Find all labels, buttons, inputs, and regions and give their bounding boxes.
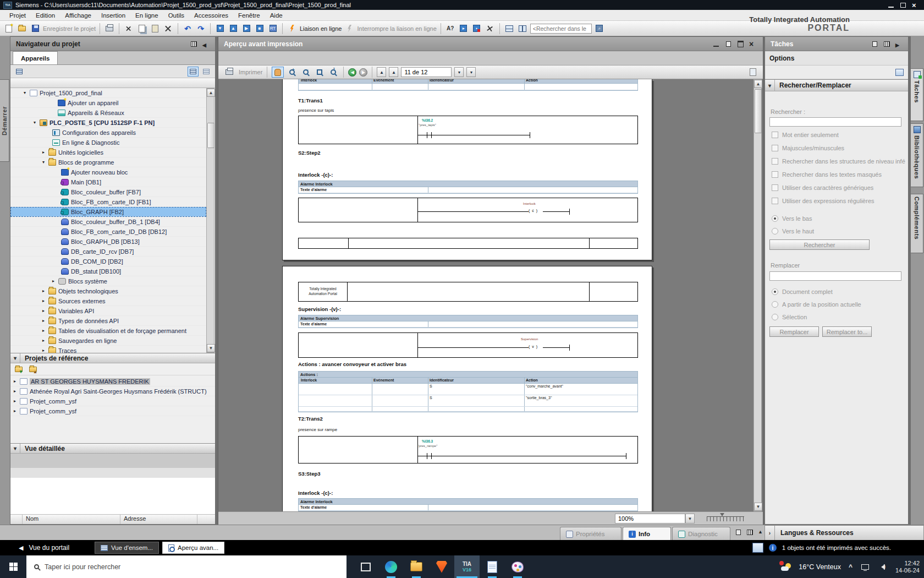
- notification-source-icon[interactable]: [752, 543, 763, 553]
- zoom-selection-icon[interactable]: [314, 67, 325, 78]
- cut-icon[interactable]: [123, 23, 134, 34]
- open-project-icon[interactable]: [16, 23, 28, 34]
- page-dropdown-icon[interactable]: ▼: [454, 67, 464, 77]
- tia-portal-app[interactable]: TIA V16: [454, 555, 480, 578]
- scroll-thumb[interactable]: [755, 89, 762, 133]
- expand-icon[interactable]: ▾: [34, 120, 40, 125]
- radio-icon[interactable]: [772, 314, 778, 320]
- zoom-in-icon[interactable]: +: [287, 67, 298, 78]
- save-project-icon[interactable]: [30, 23, 41, 34]
- collapse-icon[interactable]: ▸: [42, 318, 48, 323]
- collapse-icon[interactable]: ▸: [42, 298, 48, 303]
- close-reference-icon[interactable]: ▴: [28, 364, 38, 375]
- tree-item-main-ob1[interactable]: Main [OB1]: [10, 177, 206, 187]
- go-online-label[interactable]: Liaison en ligne: [300, 25, 342, 32]
- checkbox-icon[interactable]: [772, 132, 778, 138]
- tree-item-ext-sources[interactable]: ▸Sources externes: [10, 296, 206, 306]
- side-tab-bibliotheques[interactable]: Bibliothèques: [911, 123, 923, 187]
- tab-appareils[interactable]: Appareils: [13, 51, 58, 64]
- radio-icon[interactable]: [772, 288, 778, 295]
- panel-restore-icon[interactable]: [725, 41, 732, 47]
- menu-edition[interactable]: Edition: [31, 10, 60, 21]
- check-whole-words[interactable]: Mot entier seulement: [772, 132, 910, 138]
- check-substructures[interactable]: Rechercher dans les structures de niveau…: [772, 158, 910, 165]
- redo-icon[interactable]: ↷: [195, 23, 206, 34]
- view-details-icon[interactable]: [188, 67, 199, 77]
- go-offline-label[interactable]: Interrompre la liaison en ligne: [357, 25, 436, 32]
- save-project-label[interactable]: Enregistrer le projet: [43, 25, 96, 32]
- collapse-icon[interactable]: ▸: [14, 379, 20, 384]
- undo-icon[interactable]: ↶: [182, 23, 193, 34]
- tab-info[interactable]: i Info: [623, 527, 671, 541]
- radio-selection[interactable]: Sélection: [772, 314, 910, 320]
- maximize-icon[interactable]: [900, 2, 906, 8]
- find-button[interactable]: Rechercher: [769, 239, 870, 250]
- tree-item-fb1[interactable]: Bloc_FB_com_carte_ID [FB1]: [10, 197, 206, 207]
- tray-expand-icon[interactable]: ^: [849, 563, 853, 571]
- cross-references-icon[interactable]: [485, 23, 496, 34]
- ref-item-0[interactable]: ▸AR ST GEORGES HUYSMANS FREDERIK: [10, 377, 215, 386]
- find-input[interactable]: [769, 117, 901, 127]
- side-tab-taches[interactable]: Tâches: [911, 68, 923, 121]
- panel-close-icon[interactable]: [749, 41, 756, 47]
- expand-panel-icon[interactable]: [895, 41, 903, 47]
- menu-projet[interactable]: Projet: [4, 10, 31, 21]
- overview-button[interactable]: Vue d'ensem...: [95, 542, 159, 554]
- portal-back-icon[interactable]: ◀: [19, 544, 23, 552]
- menu-outils[interactable]: Outils: [163, 10, 189, 21]
- tree-item-fb7[interactable]: Bloc_couleur_buffer [FB7]: [10, 187, 206, 197]
- task-view-button[interactable]: [353, 555, 378, 578]
- collapse-panel-icon[interactable]: [202, 41, 210, 47]
- start-button[interactable]: [0, 555, 26, 578]
- find-replace-header[interactable]: ▾ Rechercher/Remplacer: [765, 79, 908, 91]
- ref-item-1[interactable]: ▸Athénée Royal Agri Saint-Georges Huysma…: [10, 386, 215, 396]
- chevron-down-icon[interactable]: ▾: [10, 353, 20, 363]
- checkbox-icon[interactable]: [772, 198, 778, 204]
- previous-page-icon[interactable]: ◀: [348, 68, 356, 77]
- tree-item-system-blocks[interactable]: ▸Blocs système: [10, 276, 206, 286]
- copy-icon[interactable]: [136, 23, 147, 34]
- check-regex[interactable]: Utiliser des expressions régulières: [772, 198, 910, 204]
- radio-up[interactable]: Vers le haut: [772, 228, 910, 235]
- upload-from-device-icon[interactable]: ▲: [228, 23, 239, 34]
- start-simulation-icon[interactable]: ▸: [458, 23, 469, 34]
- detail-col-address[interactable]: Adresse: [120, 515, 197, 524]
- collapse-icon[interactable]: ▸: [42, 348, 48, 353]
- minimize-icon[interactable]: [888, 2, 894, 8]
- tree-item-plc[interactable]: ▾PLC_POSTE_5 [CPU 1512SP F-1 PN]: [10, 118, 206, 128]
- checkbox-icon[interactable]: [772, 184, 778, 191]
- volume-icon[interactable]: [878, 563, 888, 571]
- columns-icon[interactable]: [190, 41, 197, 47]
- add-device-toolbar-icon[interactable]: [14, 66, 25, 77]
- zoom-original-icon[interactable]: 1: [328, 67, 339, 78]
- tree-item-plc-datatypes[interactable]: ▸Types de données API: [10, 316, 206, 326]
- inspector-list-icon[interactable]: [746, 529, 754, 536]
- checkbox-icon[interactable]: [772, 145, 778, 151]
- tree-item-online-backups[interactable]: ▸Sauvegardes en ligne: [10, 336, 206, 346]
- ref-item-3[interactable]: ▸Projet_comm_ysf: [10, 406, 215, 416]
- radio-icon[interactable]: [772, 301, 778, 308]
- page-number-field[interactable]: [401, 67, 452, 77]
- scroll-up-icon[interactable]: ▲: [207, 89, 215, 97]
- chevron-right-icon[interactable]: ›: [765, 526, 775, 540]
- check-hidden-texts[interactable]: Rechercher dans les textes masqués: [772, 171, 910, 178]
- panel-minimize-icon[interactable]: [713, 41, 720, 47]
- tree-item-db2[interactable]: DB_COM_ID [DB2]: [10, 257, 206, 266]
- explorer-app[interactable]: [404, 555, 429, 578]
- tab-demarrer[interactable]: Démarrer: [0, 79, 9, 162]
- collapse-icon[interactable]: ▸: [42, 328, 48, 333]
- radio-from-position[interactable]: A partir de la position actuelle: [772, 301, 910, 308]
- paste-icon[interactable]: [150, 23, 161, 34]
- notepad-app[interactable]: [480, 555, 505, 578]
- taskbar-search[interactable]: Taper ici pour rechercher: [26, 555, 346, 578]
- tree-item-db4[interactable]: Bloc_couleur_buffer_DB_1 [DB4]: [10, 217, 206, 227]
- reference-projects-header[interactable]: ▾ Projets de référence: [10, 353, 215, 363]
- tree-item-project[interactable]: ▾Projet_1500_prod_final: [10, 88, 206, 98]
- radio-whole-document[interactable]: Document complet: [772, 288, 910, 295]
- tree-item-software-units[interactable]: ▸Unités logicielles: [10, 148, 206, 157]
- radio-icon[interactable]: [772, 215, 778, 222]
- preview-scrollbar[interactable]: ▲ ▼: [754, 79, 762, 511]
- print-icon[interactable]: [104, 23, 115, 34]
- print-document-icon[interactable]: [223, 67, 236, 78]
- tree-item-add-block[interactable]: Ajouter nouveau bloc: [10, 167, 206, 177]
